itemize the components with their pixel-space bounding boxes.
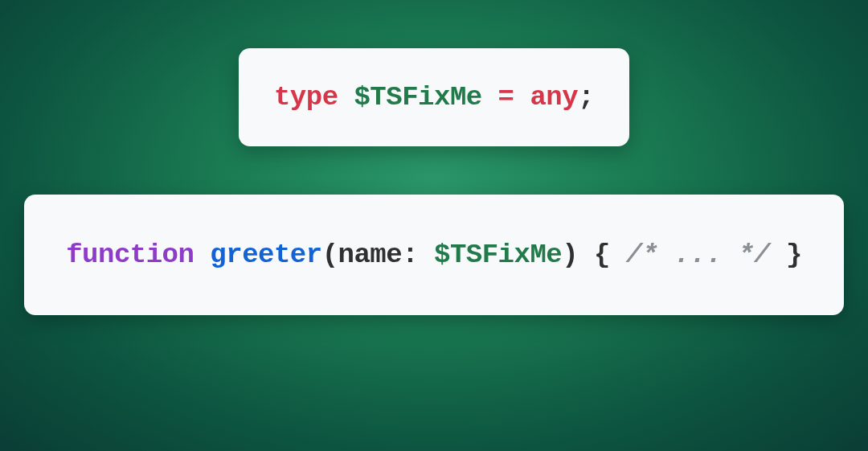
keyword-any: any [530,82,578,113]
keyword-function: function [66,240,194,270]
code-snippet-type-alias: type $TSFixMe = any; [239,48,629,146]
comment-block: /* ... */ [626,240,770,270]
open-brace: { [594,240,610,270]
function-name: greeter [210,240,321,270]
type-identifier: $TSFixMe [354,82,481,113]
param-type: $TSFixMe [434,240,562,270]
close-brace: } [786,240,802,270]
semicolon: ; [578,82,594,113]
keyword-type: type [274,82,338,113]
close-paren: ) [562,240,578,270]
colon: : [402,240,418,270]
equals-operator: = [498,82,514,113]
open-paren: ( [322,240,338,270]
param-name: name [338,240,403,270]
code-snippet-function: function greeter(name: $TSFixMe) { /* ..… [24,195,844,315]
